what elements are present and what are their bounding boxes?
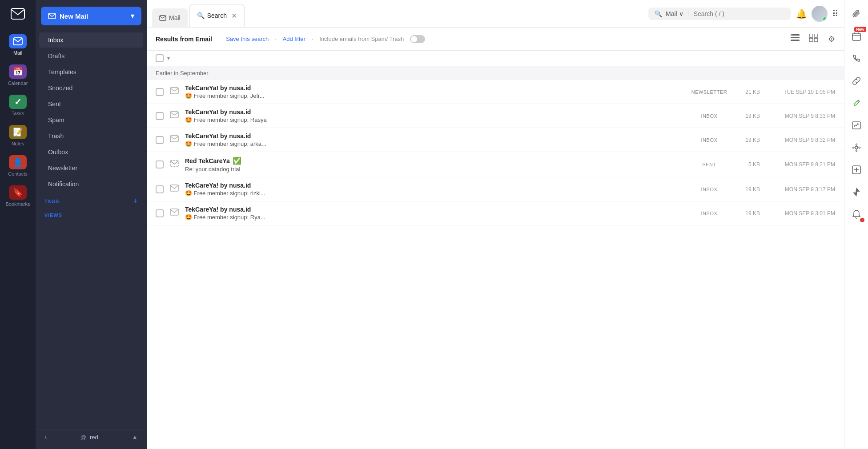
alert-icon[interactable] — [848, 206, 864, 222]
email-date: MON SEP 9 3:01 PM — [766, 210, 835, 216]
select-all-checkbox[interactable] — [156, 54, 164, 62]
email-checkbox[interactable] — [156, 185, 164, 193]
email-sender: TekCareYa! by nusa.id — [185, 132, 683, 140]
results-from-label: Results from Email — [156, 36, 212, 43]
phone-icon[interactable] — [848, 51, 864, 67]
sidebar-item-newsletter[interactable]: Newsletter — [39, 160, 143, 176]
svg-rect-18 — [852, 33, 860, 40]
sidebar-item-contacts[interactable]: 👤 Contacts — [0, 151, 36, 181]
email-content: TekCareYa! by nusa.id 🤩 Free member sign… — [185, 206, 683, 220]
tab-mail[interactable]: Mail — [152, 8, 188, 27]
sidebar-item-calendar[interactable]: 📅 Calendar — [0, 60, 36, 90]
email-checkbox[interactable] — [156, 160, 164, 168]
svg-marker-36 — [853, 188, 860, 196]
email-size: 19 KB — [735, 113, 760, 119]
sidebar-item-inbox[interactable]: Inbox — [39, 32, 143, 48]
email-content: Red TekCareYa ✅ Re: your datadog trial — [185, 156, 683, 172]
table-row[interactable]: TekCareYa! by nusa.id 🤩 Free member sign… — [147, 104, 844, 128]
email-subject: 🤩 Free member signup: Rasya — [185, 116, 683, 123]
svg-rect-6 — [791, 40, 800, 41]
sidebar-item-spam[interactable]: Spam — [39, 112, 143, 128]
email-sent-icon — [170, 160, 179, 169]
sidebar-item-tasks[interactable]: ✓ Tasks — [0, 90, 36, 120]
svg-rect-7 — [791, 34, 792, 36]
include-spam-toggle[interactable] — [410, 35, 425, 43]
contacts-icon: 👤 — [9, 155, 27, 169]
search-icon: 🔍 — [655, 10, 662, 17]
table-row[interactable]: TekCareYa! by nusa.id 🤩 Free member sign… — [147, 201, 844, 225]
sidebar-item-drafts[interactable]: Drafts — [39, 48, 143, 64]
settings-button[interactable]: ⚙ — [828, 34, 835, 44]
email-tag: INBOX — [689, 137, 729, 143]
app-grid-button[interactable]: ⠿ — [832, 8, 839, 19]
sidebar-item-notification[interactable]: Notification — [39, 176, 143, 192]
attachment-icon[interactable] — [848, 6, 864, 22]
sent-check-icon: ✅ — [233, 156, 241, 165]
sidebar-item-snoozed[interactable]: Snoozed — [39, 80, 143, 96]
email-checkbox[interactable] — [156, 209, 164, 217]
views-item-red[interactable]: @ red — [80, 434, 98, 441]
svg-rect-16 — [170, 185, 178, 191]
email-tag: NEWSLETTER — [689, 89, 729, 95]
edit-icon[interactable] — [848, 95, 864, 111]
table-row[interactable]: TekCareYa! by nusa.id 🤩 Free member sign… — [147, 128, 844, 152]
email-subject: 🤩 Free member signup: Jefr... — [185, 92, 683, 99]
email-date: MON SEP 9 8:32 PM — [766, 137, 835, 143]
sidebar-item-outbox[interactable]: Outbox — [39, 144, 143, 160]
online-status-dot — [823, 17, 827, 21]
search-input[interactable] — [694, 10, 784, 17]
email-content: TekCareYa! by nusa.id 🤩 Free member sign… — [185, 132, 683, 147]
svg-rect-17 — [170, 209, 178, 215]
close-search-tab-button[interactable]: ✕ — [231, 12, 237, 20]
email-sender: TekCareYa! by nusa.id — [185, 182, 683, 189]
sidebar-item-bookmarks[interactable]: 🔖 Bookmarks — [0, 181, 36, 211]
search-scope-button[interactable]: Mail ∨ — [666, 10, 688, 17]
avatar[interactable] — [812, 6, 828, 22]
svg-rect-15 — [170, 160, 178, 167]
email-date: TUE SEP 10 1:05 PM — [766, 89, 835, 95]
add-widget-icon[interactable] — [848, 162, 864, 178]
collapse-button[interactable]: ‹ — [44, 433, 47, 441]
add-filter-button[interactable]: Add filter — [283, 36, 305, 42]
save-search-button[interactable]: Save this search — [226, 36, 269, 42]
tags-section-label: TAGS + — [36, 192, 147, 207]
calendar-widget-icon[interactable]: New — [848, 28, 864, 44]
integrations-icon[interactable] — [848, 140, 864, 156]
sidebar-item-templates[interactable]: Templates — [39, 64, 143, 80]
table-row[interactable]: Red TekCareYa ✅ Re: your datadog trial S… — [147, 152, 844, 177]
views-chevron[interactable]: ▲ — [132, 433, 138, 441]
email-subject: 🤩 Free member signup: arka... — [185, 140, 683, 147]
bookmarks-icon: 🔖 — [9, 185, 27, 200]
new-badge-label: New — [854, 27, 866, 32]
svg-rect-9 — [814, 34, 818, 37]
email-date: MON SEP 9 8:33 PM — [766, 113, 835, 119]
sidebar-item-notes[interactable]: 📝 Notes — [0, 120, 36, 151]
tab-search[interactable]: 🔍 Search ✕ — [189, 4, 245, 27]
new-mail-button[interactable]: New Mail ▾ — [41, 7, 141, 25]
top-bar: Mail 🔍 Search ✕ 🔍 Mail ∨ 🔔 ⠿ — [147, 0, 844, 28]
email-checkbox[interactable] — [156, 88, 164, 96]
grid-view-button[interactable] — [809, 34, 818, 44]
link-icon[interactable] — [848, 73, 864, 89]
notification-bell-button[interactable]: 🔔 — [796, 8, 807, 19]
main-content: Mail 🔍 Search ✕ 🔍 Mail ∨ 🔔 ⠿ Results fro… — [147, 0, 844, 449]
table-row[interactable]: TekCareYa! by nusa.id 🤩 Free member sign… — [147, 177, 844, 201]
email-checkbox[interactable] — [156, 112, 164, 120]
email-tag: SENT — [689, 162, 729, 167]
sidebar-item-mail[interactable]: Mail — [0, 30, 36, 60]
svg-rect-0 — [11, 8, 24, 19]
email-checkbox[interactable] — [156, 136, 164, 144]
sidebar-item-sent[interactable]: Sent — [39, 96, 143, 112]
automation-icon[interactable] — [848, 184, 864, 200]
svg-rect-2 — [48, 13, 56, 19]
sidebar-item-trash[interactable]: Trash — [39, 128, 143, 144]
select-all-row: ▾ — [147, 51, 844, 66]
add-tag-button[interactable]: + — [133, 197, 138, 205]
chart-icon[interactable] — [848, 117, 864, 133]
svg-rect-10 — [809, 38, 813, 42]
email-subject: Re: your datadog trial — [185, 166, 683, 172]
table-row[interactable]: TekCareYa! by nusa.id 🤩 Free member sign… — [147, 80, 844, 104]
list-view-button[interactable] — [791, 34, 800, 44]
select-dropdown-button[interactable]: ▾ — [167, 55, 170, 61]
right-rail: New — [844, 0, 868, 449]
